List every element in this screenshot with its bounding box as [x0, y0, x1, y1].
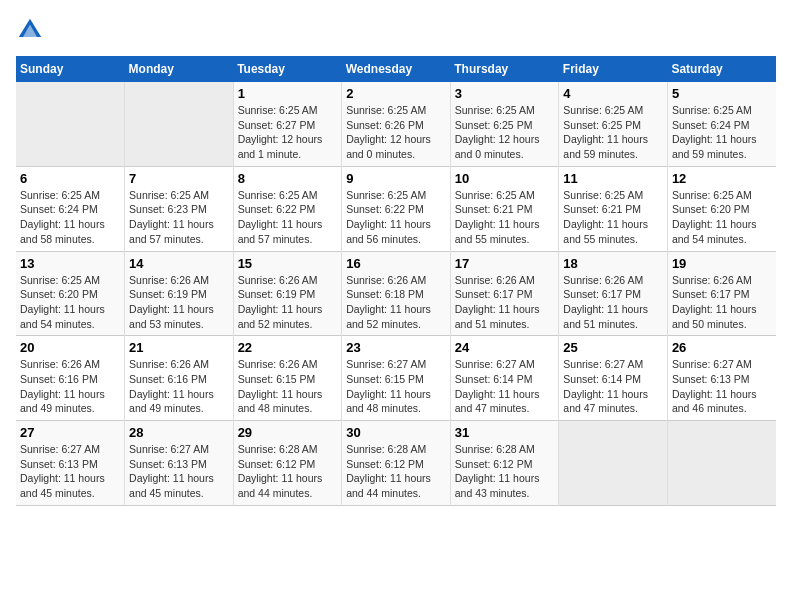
daylight-text: Daylight: 11 hours and 45 minutes.: [129, 472, 214, 499]
header-saturday: Saturday: [667, 56, 776, 82]
sunset-text: Sunset: 6:17 PM: [672, 288, 750, 300]
sunrise-text: Sunrise: 6:25 AM: [346, 104, 426, 116]
sunrise-text: Sunrise: 6:26 AM: [672, 274, 752, 286]
sunset-text: Sunset: 6:13 PM: [129, 458, 207, 470]
day-cell: 14 Sunrise: 6:26 AM Sunset: 6:19 PM Dayl…: [125, 251, 234, 336]
sunset-text: Sunset: 6:18 PM: [346, 288, 424, 300]
day-cell: 24 Sunrise: 6:27 AM Sunset: 6:14 PM Dayl…: [450, 336, 559, 421]
day-cell: 31 Sunrise: 6:28 AM Sunset: 6:12 PM Dayl…: [450, 421, 559, 506]
day-info: Sunrise: 6:26 AM Sunset: 6:15 PM Dayligh…: [238, 357, 338, 416]
day-cell: 9 Sunrise: 6:25 AM Sunset: 6:22 PM Dayli…: [342, 166, 451, 251]
day-info: Sunrise: 6:27 AM Sunset: 6:15 PM Dayligh…: [346, 357, 446, 416]
day-cell: 29 Sunrise: 6:28 AM Sunset: 6:12 PM Dayl…: [233, 421, 342, 506]
sunset-text: Sunset: 6:14 PM: [455, 373, 533, 385]
header-row: SundayMondayTuesdayWednesdayThursdayFrid…: [16, 56, 776, 82]
daylight-text: Daylight: 11 hours and 57 minutes.: [129, 218, 214, 245]
header-sunday: Sunday: [16, 56, 125, 82]
daylight-text: Daylight: 11 hours and 54 minutes.: [672, 218, 757, 245]
day-number: 13: [20, 256, 120, 271]
sunrise-text: Sunrise: 6:26 AM: [455, 274, 535, 286]
day-cell: 26 Sunrise: 6:27 AM Sunset: 6:13 PM Dayl…: [667, 336, 776, 421]
week-row-3: 13 Sunrise: 6:25 AM Sunset: 6:20 PM Dayl…: [16, 251, 776, 336]
sunset-text: Sunset: 6:22 PM: [238, 203, 316, 215]
daylight-text: Daylight: 11 hours and 44 minutes.: [238, 472, 323, 499]
day-info: Sunrise: 6:25 AM Sunset: 6:25 PM Dayligh…: [563, 103, 663, 162]
daylight-text: Daylight: 11 hours and 45 minutes.: [20, 472, 105, 499]
day-info: Sunrise: 6:26 AM Sunset: 6:16 PM Dayligh…: [20, 357, 120, 416]
day-info: Sunrise: 6:26 AM Sunset: 6:17 PM Dayligh…: [455, 273, 555, 332]
sunset-text: Sunset: 6:12 PM: [346, 458, 424, 470]
day-info: Sunrise: 6:25 AM Sunset: 6:22 PM Dayligh…: [346, 188, 446, 247]
day-info: Sunrise: 6:27 AM Sunset: 6:13 PM Dayligh…: [672, 357, 772, 416]
day-cell: 5 Sunrise: 6:25 AM Sunset: 6:24 PM Dayli…: [667, 82, 776, 166]
daylight-text: Daylight: 11 hours and 44 minutes.: [346, 472, 431, 499]
day-cell: 20 Sunrise: 6:26 AM Sunset: 6:16 PM Dayl…: [16, 336, 125, 421]
day-info: Sunrise: 6:27 AM Sunset: 6:14 PM Dayligh…: [455, 357, 555, 416]
day-cell: 18 Sunrise: 6:26 AM Sunset: 6:17 PM Dayl…: [559, 251, 668, 336]
day-number: 31: [455, 425, 555, 440]
sunrise-text: Sunrise: 6:25 AM: [20, 274, 100, 286]
day-info: Sunrise: 6:25 AM Sunset: 6:25 PM Dayligh…: [455, 103, 555, 162]
day-number: 19: [672, 256, 772, 271]
day-cell: [16, 82, 125, 166]
daylight-text: Daylight: 11 hours and 50 minutes.: [672, 303, 757, 330]
day-number: 16: [346, 256, 446, 271]
sunrise-text: Sunrise: 6:27 AM: [20, 443, 100, 455]
daylight-text: Daylight: 11 hours and 52 minutes.: [346, 303, 431, 330]
sunset-text: Sunset: 6:12 PM: [455, 458, 533, 470]
daylight-text: Daylight: 11 hours and 58 minutes.: [20, 218, 105, 245]
sunset-text: Sunset: 6:19 PM: [129, 288, 207, 300]
sunset-text: Sunset: 6:25 PM: [455, 119, 533, 131]
day-number: 1: [238, 86, 338, 101]
day-cell: 3 Sunrise: 6:25 AM Sunset: 6:25 PM Dayli…: [450, 82, 559, 166]
day-cell: 17 Sunrise: 6:26 AM Sunset: 6:17 PM Dayl…: [450, 251, 559, 336]
sunset-text: Sunset: 6:21 PM: [455, 203, 533, 215]
day-number: 29: [238, 425, 338, 440]
day-number: 30: [346, 425, 446, 440]
header-monday: Monday: [125, 56, 234, 82]
sunrise-text: Sunrise: 6:25 AM: [455, 104, 535, 116]
day-info: Sunrise: 6:25 AM Sunset: 6:20 PM Dayligh…: [20, 273, 120, 332]
day-number: 28: [129, 425, 229, 440]
sunset-text: Sunset: 6:13 PM: [20, 458, 98, 470]
daylight-text: Daylight: 11 hours and 54 minutes.: [20, 303, 105, 330]
day-number: 9: [346, 171, 446, 186]
sunset-text: Sunset: 6:15 PM: [346, 373, 424, 385]
sunrise-text: Sunrise: 6:27 AM: [455, 358, 535, 370]
header-tuesday: Tuesday: [233, 56, 342, 82]
sunrise-text: Sunrise: 6:25 AM: [238, 189, 318, 201]
day-number: 8: [238, 171, 338, 186]
daylight-text: Daylight: 11 hours and 48 minutes.: [346, 388, 431, 415]
sunrise-text: Sunrise: 6:25 AM: [672, 104, 752, 116]
day-info: Sunrise: 6:27 AM Sunset: 6:14 PM Dayligh…: [563, 357, 663, 416]
day-cell: 25 Sunrise: 6:27 AM Sunset: 6:14 PM Dayl…: [559, 336, 668, 421]
day-number: 17: [455, 256, 555, 271]
sunrise-text: Sunrise: 6:26 AM: [129, 358, 209, 370]
day-info: Sunrise: 6:25 AM Sunset: 6:21 PM Dayligh…: [563, 188, 663, 247]
day-info: Sunrise: 6:25 AM Sunset: 6:22 PM Dayligh…: [238, 188, 338, 247]
sunrise-text: Sunrise: 6:28 AM: [346, 443, 426, 455]
day-cell: 15 Sunrise: 6:26 AM Sunset: 6:19 PM Dayl…: [233, 251, 342, 336]
sunrise-text: Sunrise: 6:25 AM: [563, 104, 643, 116]
sunrise-text: Sunrise: 6:25 AM: [346, 189, 426, 201]
sunset-text: Sunset: 6:24 PM: [20, 203, 98, 215]
day-cell: 22 Sunrise: 6:26 AM Sunset: 6:15 PM Dayl…: [233, 336, 342, 421]
day-number: 2: [346, 86, 446, 101]
day-info: Sunrise: 6:25 AM Sunset: 6:24 PM Dayligh…: [672, 103, 772, 162]
daylight-text: Daylight: 11 hours and 47 minutes.: [563, 388, 648, 415]
day-number: 15: [238, 256, 338, 271]
daylight-text: Daylight: 11 hours and 49 minutes.: [20, 388, 105, 415]
day-cell: 13 Sunrise: 6:25 AM Sunset: 6:20 PM Dayl…: [16, 251, 125, 336]
day-cell: 12 Sunrise: 6:25 AM Sunset: 6:20 PM Dayl…: [667, 166, 776, 251]
sunset-text: Sunset: 6:21 PM: [563, 203, 641, 215]
day-number: 10: [455, 171, 555, 186]
day-info: Sunrise: 6:25 AM Sunset: 6:20 PM Dayligh…: [672, 188, 772, 247]
day-cell: 2 Sunrise: 6:25 AM Sunset: 6:26 PM Dayli…: [342, 82, 451, 166]
day-cell: [559, 421, 668, 506]
day-number: 21: [129, 340, 229, 355]
day-cell: 19 Sunrise: 6:26 AM Sunset: 6:17 PM Dayl…: [667, 251, 776, 336]
daylight-text: Daylight: 12 hours and 1 minute.: [238, 133, 323, 160]
day-cell: 1 Sunrise: 6:25 AM Sunset: 6:27 PM Dayli…: [233, 82, 342, 166]
sunrise-text: Sunrise: 6:25 AM: [129, 189, 209, 201]
sunset-text: Sunset: 6:16 PM: [20, 373, 98, 385]
